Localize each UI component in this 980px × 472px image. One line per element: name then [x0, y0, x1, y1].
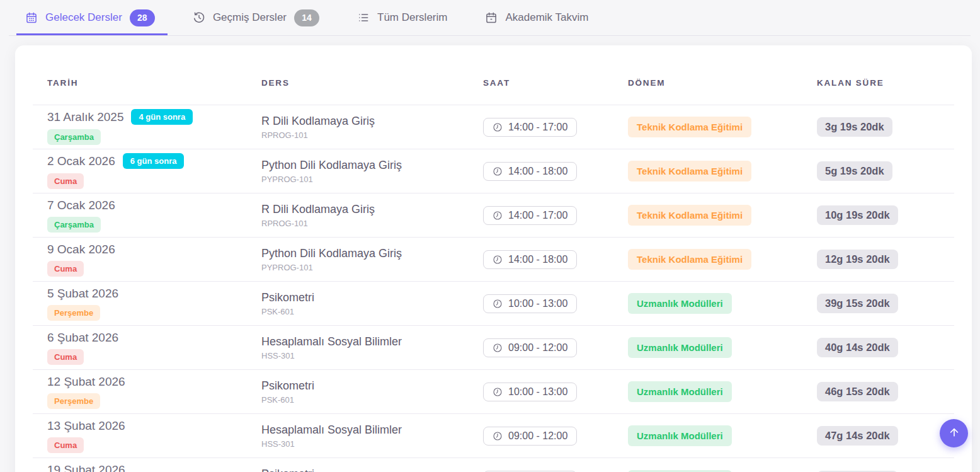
- time-cell: 14:00 - 17:00: [469, 193, 613, 237]
- course-code: PSK-601: [261, 395, 294, 405]
- tab-label: Geçmiş Dersler: [213, 11, 287, 24]
- lesson-date: 19 Şubat 2026: [47, 463, 125, 472]
- time-cell: 14:00 - 18:00: [469, 149, 613, 193]
- lesson-date: 13 Şubat 2026: [47, 419, 125, 433]
- remaining-time-badge: 46g 15s 20dk: [817, 382, 898, 401]
- date-cell: 7 Ocak 2026 Çarşamba: [33, 193, 247, 237]
- date-cell: 6 Şubat 2026 Cuma: [33, 326, 247, 369]
- upcoming-lessons-card: TARİH DERS SAAT DÖNEM KALAN SÜRE 31 Aral…: [15, 45, 972, 472]
- clock-icon: [493, 387, 503, 397]
- course-cell: Python Dili Kodlamaya Giriş PYPROG-101: [247, 238, 469, 281]
- day-badge: Perşembe: [47, 393, 100, 409]
- term-badge: Uzmanlık Modülleri: [628, 425, 732, 446]
- remaining-cell: 3g 19s 20dk: [802, 105, 954, 149]
- date-cell: 9 Ocak 2026 Cuma: [33, 238, 247, 281]
- date-cell: 13 Şubat 2026 Cuma: [33, 414, 247, 458]
- time-cell: 09:00 - 12:00: [469, 414, 613, 458]
- time-range: 14:00 - 17:00: [508, 122, 567, 133]
- course-title: Hesaplamalı Sosyal Bilimler: [261, 335, 402, 348]
- remaining-cell: 53g 15s 20dk: [802, 458, 954, 472]
- term-cell: Uzmanlık Modülleri: [613, 282, 802, 325]
- remaining-cell: 12g 19s 20dk: [802, 238, 954, 281]
- date-cell: 31 Aralık 2025 4 gün sonra Çarşamba: [33, 105, 247, 149]
- history-icon: [193, 11, 205, 24]
- column-header-ders: DERS: [247, 78, 469, 105]
- term-badge: Teknik Kodlama Eğitimi: [628, 117, 751, 137]
- lessons-tabbar: Gelecek Dersler 28 Geçmiş Dersler 14 Tüm…: [9, 0, 971, 36]
- table-row[interactable]: 31 Aralık 2025 4 gün sonra Çarşamba R Di…: [33, 105, 954, 149]
- table-row[interactable]: 12 Şubat 2026 Perşembe Psikometri PSK-60…: [33, 370, 954, 414]
- tab-count-badge: 14: [294, 9, 319, 26]
- date-cell: 5 Şubat 2026 Perşembe: [33, 282, 247, 325]
- lesson-date: 9 Ocak 2026: [47, 243, 115, 256]
- table-row[interactable]: 5 Şubat 2026 Perşembe Psikometri PSK-601…: [33, 282, 954, 326]
- time-chip: 10:00 - 13:00: [483, 294, 577, 313]
- remaining-time-badge: 5g 19s 20dk: [817, 161, 892, 181]
- term-cell: Uzmanlık Modülleri: [613, 414, 802, 458]
- day-badge: Perşembe: [47, 305, 100, 321]
- course-title: Python Dili Kodlamaya Giriş: [261, 159, 402, 172]
- term-cell: Teknik Kodlama Eğitimi: [613, 238, 802, 281]
- lesson-date: 7 Ocak 2026: [47, 199, 115, 212]
- table-row[interactable]: 7 Ocak 2026 Çarşamba R Dili Kodlamaya Gi…: [33, 193, 954, 238]
- course-title: Psikometri: [261, 468, 314, 472]
- arrow-up-icon: [948, 426, 960, 440]
- remaining-time-badge: 12g 19s 20dk: [817, 250, 898, 269]
- course-title: Hesaplamalı Sosyal Bilimler: [261, 423, 402, 437]
- course-title: R Dili Kodlamaya Giriş: [261, 203, 375, 216]
- scroll-to-top-button[interactable]: [940, 419, 968, 447]
- course-title: Psikometri: [261, 291, 314, 304]
- remaining-time-badge: 39g 15s 20dk: [817, 294, 898, 313]
- day-badge: Çarşamba: [47, 129, 101, 145]
- term-badge: Uzmanlık Modülleri: [628, 381, 732, 402]
- course-code: PYPROG-101: [261, 263, 313, 272]
- course-cell: R Dili Kodlamaya Giriş RPROG-101: [247, 105, 469, 149]
- time-range: 14:00 - 18:00: [508, 166, 567, 177]
- table-row[interactable]: 19 Şubat 2026 Perşembe Psikometri PSK-60…: [33, 458, 954, 472]
- time-chip: 09:00 - 12:00: [483, 338, 577, 357]
- time-cell: 10:00 - 13:00: [469, 458, 613, 472]
- course-cell: Psikometri PSK-601: [247, 282, 469, 325]
- clock-icon: [493, 210, 503, 221]
- time-range: 14:00 - 18:00: [508, 254, 567, 265]
- tab-akademik-takvim[interactable]: Akademik Takvim: [476, 0, 601, 35]
- lesson-date: 31 Aralık 2025: [47, 110, 123, 124]
- lesson-date: 5 Şubat 2026: [47, 287, 118, 301]
- remaining-cell: 46g 15s 20dk: [802, 370, 954, 413]
- day-badge: Çarşamba: [47, 217, 101, 233]
- date-cell: 2 Ocak 2026 6 gün sonra Cuma: [33, 149, 247, 193]
- clock-icon: [493, 431, 503, 441]
- course-cell: Hesaplamalı Sosyal Bilimler HSS-301: [247, 414, 469, 458]
- time-chip: 09:00 - 12:00: [483, 427, 577, 446]
- clock-icon: [493, 343, 503, 353]
- term-cell: Teknik Kodlama Eğitimi: [613, 149, 802, 193]
- clock-icon: [493, 122, 503, 132]
- term-cell: Teknik Kodlama Eğitimi: [613, 193, 802, 237]
- course-code: PYPROG-101: [261, 175, 313, 184]
- table-row[interactable]: 13 Şubat 2026 Cuma Hesaplamalı Sosyal Bi…: [33, 414, 954, 458]
- time-cell: 09:00 - 12:00: [469, 326, 613, 369]
- relative-badge: 6 gün sonra: [123, 153, 185, 169]
- tab-gecmis-dersler[interactable]: Geçmiş Dersler 14: [184, 0, 332, 35]
- tab-count-badge: 28: [130, 9, 155, 26]
- tab-label: Tüm Derslerim: [377, 11, 447, 24]
- course-cell: Psikometri PSK-601: [247, 370, 469, 413]
- table-row[interactable]: 2 Ocak 2026 6 gün sonra Cuma Python Dili…: [33, 149, 954, 193]
- course-cell: Hesaplamalı Sosyal Bilimler HSS-301: [247, 326, 469, 369]
- table-body: 31 Aralık 2025 4 gün sonra Çarşamba R Di…: [33, 105, 954, 472]
- time-cell: 10:00 - 13:00: [469, 282, 613, 325]
- term-cell: Teknik Kodlama Eğitimi: [613, 105, 802, 149]
- term-badge: Teknik Kodlama Eğitimi: [628, 205, 751, 226]
- term-badge: Uzmanlık Modülleri: [628, 337, 732, 358]
- table-row[interactable]: 9 Ocak 2026 Cuma Python Dili Kodlamaya G…: [33, 238, 954, 282]
- column-header-tarih: TARİH: [33, 78, 247, 105]
- remaining-time-badge: 47g 14s 20dk: [817, 426, 898, 446]
- table-row[interactable]: 6 Şubat 2026 Cuma Hesaplamalı Sosyal Bil…: [33, 326, 954, 370]
- time-range: 10:00 - 13:00: [508, 298, 567, 309]
- tab-tum-derslerim[interactable]: Tüm Derslerim: [348, 0, 460, 35]
- tab-gelecek-dersler[interactable]: Gelecek Dersler 28: [16, 0, 168, 35]
- tab-label: Gelecek Dersler: [45, 11, 122, 24]
- remaining-time-badge: 40g 14s 20dk: [817, 338, 898, 357]
- course-title: R Dili Kodlamaya Giriş: [261, 115, 375, 128]
- course-code: HSS-301: [261, 351, 295, 360]
